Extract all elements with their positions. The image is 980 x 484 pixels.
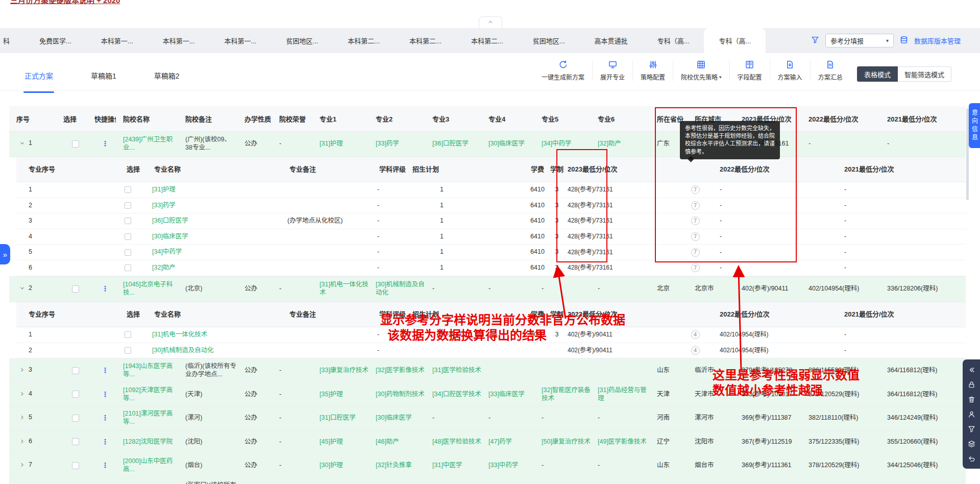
intention-info-tab[interactable]: 意向信息: [969, 103, 980, 148]
row-actions-button[interactable]: ⋮: [102, 390, 109, 398]
reference-strength-badge[interactable]: 7: [691, 232, 700, 241]
major-link[interactable]: [33]康复治疗技术: [320, 367, 369, 375]
batch-tab[interactable]: 本科第一...: [210, 28, 272, 53]
major-link[interactable]: [34]中药学: [152, 248, 182, 256]
major-link[interactable]: [32]智能医疗装备技术: [542, 386, 591, 402]
row-checkbox[interactable]: [72, 367, 79, 374]
plan-detail-icon[interactable]: [455, 331, 462, 337]
expand-toggle-icon[interactable]: [19, 439, 25, 444]
toolbar-button-grid[interactable]: 院校优先策略▾: [673, 60, 729, 81]
college-link[interactable]: [1092]天津医学高等...: [123, 386, 178, 402]
row-actions-button[interactable]: ⋮: [102, 414, 109, 422]
major-link[interactable]: [31]中医学: [432, 462, 462, 470]
major-link[interactable]: [30]临床医学: [376, 414, 412, 422]
expand-toggle-icon[interactable]: [19, 140, 25, 146]
college-link[interactable]: [2000]山东中医药高...: [123, 457, 178, 473]
major-checkbox[interactable]: [125, 217, 131, 224]
batch-tab[interactable]: 本科第二...: [456, 28, 518, 53]
major-link[interactable]: [48]医学检验技术: [432, 438, 481, 446]
plan-tab[interactable]: 草稿箱2: [154, 70, 180, 93]
major-link[interactable]: [31]机电一体化技术: [320, 281, 369, 297]
reference-strength-badge[interactable]: 7: [691, 248, 700, 257]
major-link[interactable]: [46]助产: [376, 438, 399, 446]
floatbar-item[interactable]: [966, 364, 977, 375]
reference-strength-badge[interactable]: 4: [691, 330, 700, 339]
expand-toggle-icon[interactable]: [19, 462, 25, 468]
major-link[interactable]: [33]药学: [152, 202, 176, 210]
major-link[interactable]: [36]口腔医学: [432, 140, 469, 148]
major-checkbox[interactable]: [125, 347, 131, 354]
major-link[interactable]: [30]机械制造及自动化: [376, 281, 425, 297]
major-link[interactable]: [31]口腔医学: [320, 414, 356, 422]
major-link[interactable]: [34]中药学: [542, 140, 571, 148]
toolbar-button-refresh[interactable]: 一键生成新方案: [534, 60, 592, 81]
expand-toggle-icon[interactable]: [19, 391, 25, 397]
row-checkbox[interactable]: [72, 415, 79, 422]
major-link[interactable]: [32]助产: [152, 264, 176, 272]
major-checkbox[interactable]: [125, 233, 131, 240]
major-link[interactable]: [33]中药学: [488, 462, 518, 470]
major-checkbox[interactable]: [125, 202, 131, 209]
major-link[interactable]: [49]医学影像技术: [598, 438, 647, 446]
row-actions-button[interactable]: ⋮: [102, 461, 109, 469]
major-checkbox[interactable]: [125, 186, 131, 193]
toolbar-button-sliders[interactable]: 策略配置: [632, 60, 673, 81]
major-checkbox[interactable]: [125, 331, 131, 338]
floatbar-item[interactable]: [966, 438, 977, 449]
mode-toggle-option[interactable]: 智能筛选模式: [898, 66, 951, 82]
reference-strength-badge[interactable]: 4: [691, 346, 700, 355]
reference-strength-badge[interactable]: 7: [691, 185, 700, 194]
major-link[interactable]: [50]康复治疗技术: [542, 438, 591, 446]
floatbar-item[interactable]: [966, 408, 977, 420]
batch-tab[interactable]: 专科（高...: [643, 28, 704, 53]
batch-tab[interactable]: 贫困地区...: [271, 28, 333, 53]
reference-strength-badge[interactable]: 7: [691, 216, 700, 225]
row-actions-button[interactable]: ⋮: [102, 139, 109, 148]
major-link[interactable]: [30]护理: [320, 462, 343, 470]
major-link[interactable]: [36]口腔医学: [152, 217, 188, 225]
row-checkbox[interactable]: [72, 438, 79, 445]
batch-tab[interactable]: 本科第一...: [86, 28, 148, 53]
major-link[interactable]: [35]护理: [320, 391, 343, 399]
row-checkbox[interactable]: [72, 140, 79, 148]
major-link[interactable]: [31]护理: [152, 186, 176, 194]
college-link[interactable]: [1943]山东医学高等...: [123, 362, 178, 378]
expand-sidebar-button[interactable]: »: [0, 244, 10, 264]
batch-tab-active[interactable]: 专科（高...: [704, 28, 766, 53]
college-link[interactable]: [1045]北京电子科技...: [123, 281, 178, 297]
major-link[interactable]: [33]药学: [376, 140, 399, 148]
major-link[interactable]: [31]机电一体化技术: [152, 331, 207, 339]
toolbar-button-doc-import[interactable]: 方案输入: [770, 60, 810, 81]
batch-tab[interactable]: 高本贯通批: [580, 28, 643, 53]
toolbar-button-columns[interactable]: 字段配置: [729, 60, 770, 81]
expand-toggle-icon[interactable]: [19, 367, 25, 373]
major-link[interactable]: [47]药学: [488, 438, 512, 446]
major-link[interactable]: [31]医学检验技术: [432, 367, 481, 375]
major-link[interactable]: [33]临床医学: [488, 391, 525, 399]
college-link[interactable]: [1282]沈阳医学院: [123, 438, 173, 446]
batch-tab[interactable]: 本科第一...: [148, 28, 210, 53]
toolbar-button-doc-list[interactable]: 方案汇总: [810, 60, 850, 81]
college-link[interactable]: [2101]漯河医学高等...: [123, 410, 178, 426]
major-link[interactable]: [32]助产: [598, 140, 621, 148]
batch-tab[interactable]: 科: [0, 28, 24, 53]
major-checkbox[interactable]: [125, 264, 131, 271]
panel-collapse-handle[interactable]: [479, 16, 502, 28]
plan-tab-active[interactable]: 正式方案: [24, 70, 53, 93]
mode-toggle-option[interactable]: 表格模式: [857, 66, 898, 82]
batch-tab[interactable]: 本科第二...: [395, 28, 456, 53]
major-link[interactable]: [30]药物制剂技术: [376, 391, 425, 399]
reference-strength-badge[interactable]: 7: [691, 201, 700, 210]
college-link[interactable]: [2439]广州卫生职业...: [123, 136, 178, 152]
plan-type-select[interactable]: 参考分填报 ▾: [825, 34, 894, 47]
major-link[interactable]: [30]临床医学: [488, 140, 525, 148]
floatbar-item[interactable]: [966, 453, 977, 464]
row-actions-button[interactable]: ⋮: [102, 438, 109, 446]
batch-tab[interactable]: 贫困地区...: [518, 28, 580, 53]
batch-tab[interactable]: 免费医学...: [24, 28, 86, 53]
major-link[interactable]: [30]机械制造及自动化: [152, 347, 214, 355]
batch-tab[interactable]: 本科第二...: [333, 28, 395, 53]
plan-tab[interactable]: 草稿箱1: [91, 70, 116, 93]
reference-strength-badge[interactable]: 7: [691, 263, 700, 272]
major-link[interactable]: [32]针灸推拿: [376, 462, 412, 470]
